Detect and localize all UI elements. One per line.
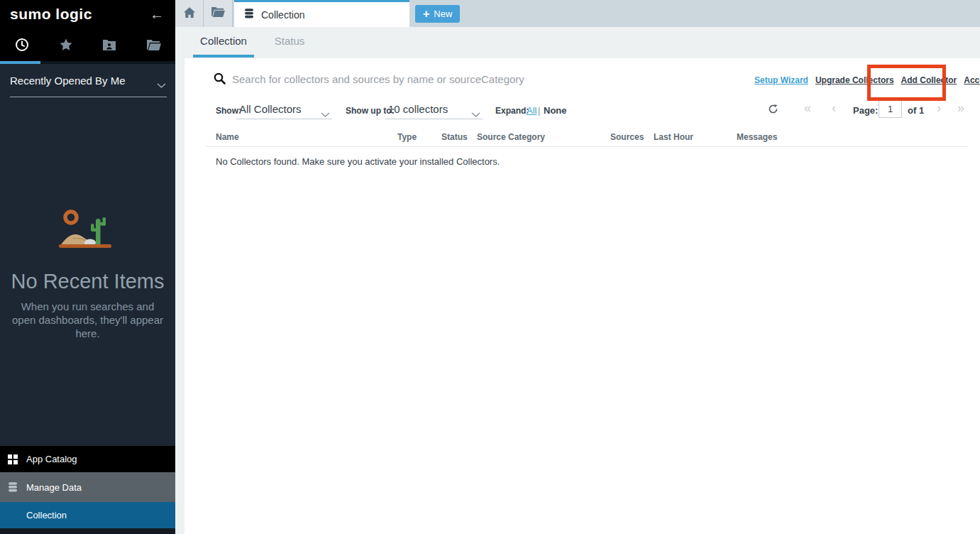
chevron-down-icon bbox=[471, 108, 480, 121]
no-recent-items-title: No Recent Items bbox=[0, 270, 175, 293]
table-header-divider bbox=[206, 146, 969, 147]
access-keys-link[interactable]: Access Keys bbox=[964, 75, 980, 85]
tab-collection[interactable]: Collection bbox=[234, 0, 409, 27]
tab-collection-label: Collection bbox=[261, 9, 304, 21]
column-header-name: Name bbox=[216, 132, 239, 142]
column-header-sources: Sources bbox=[610, 132, 644, 142]
show-up-to-select[interactable]: 10 collectors bbox=[385, 101, 483, 119]
sidebar-item-collection[interactable]: Collection bbox=[0, 502, 175, 528]
subtab-active-underline bbox=[193, 55, 254, 58]
database-icon bbox=[7, 481, 19, 493]
sumo-logic-logo: sumo logic bbox=[10, 6, 92, 23]
sidebar-tab-shared[interactable] bbox=[88, 28, 132, 64]
column-header-type: Type bbox=[397, 132, 417, 142]
tab-strip: Collection + New bbox=[175, 0, 980, 27]
show-collectors-select[interactable]: All Collectors bbox=[236, 101, 332, 119]
expand-none-link[interactable]: None bbox=[544, 105, 567, 116]
pagination-last-button[interactable]: » bbox=[957, 102, 964, 114]
sidebar-bottom-nav: App Catalog Manage Data Collection bbox=[0, 446, 175, 534]
logo-bar: sumo logic ← bbox=[0, 0, 175, 28]
app-catalog-label: App Catalog bbox=[26, 454, 77, 464]
empty-collectors-message: No Collectors found. Make sure you activ… bbox=[216, 156, 500, 167]
sidebar-icon-nav bbox=[0, 28, 175, 64]
subtab-row: Collection Status bbox=[175, 27, 980, 58]
sidebar-bottom-strip bbox=[0, 528, 175, 534]
setup-wizard-link[interactable]: Setup Wizard bbox=[754, 75, 808, 85]
collector-links-row: Setup Wizard Upgrade Collectors Add Coll… bbox=[754, 75, 980, 85]
page-number-input[interactable] bbox=[879, 100, 902, 118]
recent-filter-label: Recently Opened By Me bbox=[10, 75, 126, 87]
expand-all-link[interactable]: All bbox=[527, 105, 536, 116]
show-collectors-value: All Collectors bbox=[239, 103, 302, 115]
sidebar-tab-library[interactable] bbox=[131, 28, 175, 64]
show-up-to-value: 10 collectors bbox=[388, 103, 448, 115]
chevron-down-icon bbox=[157, 79, 166, 92]
refresh-icon[interactable] bbox=[768, 104, 778, 117]
recent-filter-underline bbox=[10, 97, 167, 97]
search-input[interactable] bbox=[232, 70, 644, 88]
chevron-down-icon bbox=[321, 108, 330, 121]
sidebar-item-app-catalog[interactable]: App Catalog bbox=[0, 446, 175, 472]
shared-folder-icon bbox=[102, 38, 116, 54]
clock-icon bbox=[15, 38, 29, 55]
page-count-label: of 1 bbox=[908, 105, 924, 116]
sidebar-tab-favorites[interactable] bbox=[44, 28, 88, 64]
expand-label: Expand: bbox=[495, 106, 529, 116]
open-folder-icon bbox=[146, 39, 161, 54]
home-icon bbox=[183, 6, 196, 21]
recent-filter-dropdown[interactable]: Recently Opened By Me bbox=[0, 64, 175, 98]
collection-label: Collection bbox=[26, 510, 67, 521]
sidebar-tab-recents[interactable] bbox=[0, 28, 44, 64]
subtab-status[interactable]: Status bbox=[266, 27, 313, 55]
column-header-messages: Messages bbox=[737, 132, 777, 142]
column-header-source-category: Source Category bbox=[477, 132, 545, 142]
sidebar-item-manage-data[interactable]: Manage Data bbox=[0, 472, 175, 502]
column-header-last-hour: Last Hour bbox=[654, 132, 693, 142]
upgrade-collectors-link[interactable]: Upgrade Collectors bbox=[815, 75, 894, 85]
open-folder-icon bbox=[211, 6, 225, 21]
expand-separator: | bbox=[538, 105, 540, 116]
page-label: Page: bbox=[853, 105, 878, 116]
column-header-status: Status bbox=[441, 132, 468, 142]
star-icon bbox=[59, 38, 73, 55]
new-button-label: New bbox=[434, 9, 452, 19]
main-area: Collection + New Collection Status Setup… bbox=[175, 0, 980, 534]
library-tab-button[interactable] bbox=[204, 0, 233, 27]
no-recent-items-subtitle: When you run searches and open dashboard… bbox=[8, 300, 167, 340]
manage-data-label: Manage Data bbox=[26, 482, 82, 493]
home-tab-button[interactable] bbox=[175, 0, 204, 27]
database-icon bbox=[243, 8, 255, 22]
pagination-first-button[interactable]: « bbox=[804, 102, 811, 114]
plus-icon: + bbox=[423, 9, 429, 20]
new-button[interactable]: + New bbox=[415, 5, 460, 23]
content-panel bbox=[185, 58, 980, 534]
pagination-prev-button[interactable]: ‹ bbox=[832, 102, 836, 114]
app-root: sumo logic ← bbox=[0, 0, 980, 534]
sidebar: sumo logic ← bbox=[0, 0, 175, 534]
collapse-sidebar-arrow-icon[interactable]: ← bbox=[150, 6, 164, 23]
pagination-next-button[interactable]: › bbox=[937, 102, 941, 114]
desert-empty-state-illustration bbox=[59, 209, 116, 254]
subtab-collection[interactable]: Collection bbox=[193, 27, 254, 55]
search-icon bbox=[214, 72, 226, 87]
add-collector-link[interactable]: Add Collector bbox=[901, 75, 957, 85]
grid-icon bbox=[7, 454, 19, 465]
